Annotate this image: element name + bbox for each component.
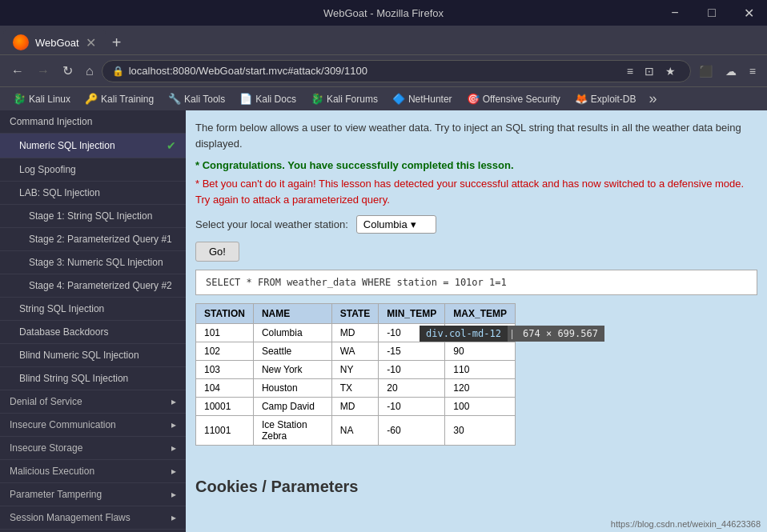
- reader-view-button[interactable]: ≡: [622, 62, 638, 81]
- tooltip-element-tag: div.col-md-12: [420, 326, 508, 342]
- tooltip-separator: |: [508, 326, 516, 342]
- sidebar-item-session-management[interactable]: Session Management Flaws ▸: [0, 506, 186, 530]
- sidebar-item-numeric-sql[interactable]: Numeric SQL Injection ✔: [0, 134, 186, 158]
- kali-forums-icon: 🐉: [311, 93, 323, 105]
- bookmark-exploit-db[interactable]: 🦊 Exploit-DB: [568, 91, 643, 106]
- sidebar-item-lab-sql[interactable]: LAB: SQL Injection: [0, 182, 186, 205]
- url-text: localhost:8080/WebGoat/start.mvc#attack/…: [129, 65, 617, 77]
- warning-message: * Bet you can't do it again! This lesson…: [195, 176, 757, 207]
- weather-station-select[interactable]: Columbia ▾: [356, 215, 436, 234]
- sync-button[interactable]: ☁: [721, 62, 741, 81]
- bookmark-kali-tools-label: Kali Tools: [184, 94, 225, 105]
- menu-button[interactable]: ≡: [745, 62, 761, 81]
- bookmarks-more-button[interactable]: »: [644, 89, 661, 109]
- sidebar-insecure-storage-label: Insecure Storage: [10, 442, 82, 454]
- title-bar: WebGoat - Mozilla Firefox − □ ✕: [0, 0, 767, 26]
- bookmark-kali-docs-label: Kali Docs: [255, 94, 296, 105]
- firefox-icon: [13, 34, 29, 50]
- weather-station-form: Select your local weather station: Colum…: [195, 215, 757, 234]
- kali-docs-icon: 📄: [239, 93, 252, 105]
- table-cell: MD: [331, 324, 379, 342]
- pocket-button[interactable]: ⬛: [694, 62, 717, 81]
- table-cell: NA: [331, 416, 379, 446]
- intro-text: The form below allows a user to view wea…: [195, 120, 757, 151]
- window-title: WebGoat - Mozilla Firefox: [323, 7, 444, 19]
- table-cell: MD: [331, 398, 379, 416]
- sidebar-item-log-spoofing[interactable]: Log Spoofing: [0, 158, 186, 182]
- cookies-title: Cookies / Parameters: [195, 478, 757, 496]
- bookmark-kali-training-label: Kali Training: [101, 94, 154, 105]
- close-button[interactable]: ✕: [730, 0, 767, 26]
- bookmark-kali-docs[interactable]: 📄 Kali Docs: [233, 91, 303, 106]
- sidebar-command-injection-label: Command Injection: [10, 116, 92, 127]
- window-controls: − □ ✕: [657, 0, 767, 26]
- sidebar-item-blind-numeric[interactable]: Blind Numeric SQL Injection: [0, 344, 186, 367]
- table-cell: 30: [445, 416, 516, 446]
- lock-icon: 🔒: [112, 66, 124, 77]
- back-button[interactable]: ←: [6, 61, 29, 82]
- success-message: * Congratulations. You have successfully…: [195, 159, 757, 171]
- sidebar-numeric-sql-label: Numeric SQL Injection: [19, 140, 115, 151]
- table-cell: Seattle: [253, 342, 331, 361]
- tab-close-button[interactable]: ✕: [86, 35, 96, 50]
- sidebar-item-insecure-storage[interactable]: Insecure Storage ▸: [0, 437, 186, 460]
- bookmark-kali-tools[interactable]: 🔧 Kali Tools: [162, 91, 231, 106]
- maximize-button[interactable]: □: [693, 0, 730, 26]
- sidebar-item-stage1[interactable]: Stage 1: String SQL Injection: [0, 205, 186, 228]
- address-bar[interactable]: 🔒 localhost:8080/WebGoat/start.mvc#attac…: [102, 60, 691, 82]
- bookmark-offensive-security[interactable]: 🎯 Offensive Security: [460, 91, 567, 106]
- table-cell: Houston: [253, 379, 331, 398]
- col-min-temp: MIN_TEMP: [379, 304, 445, 324]
- col-max-temp: MAX_TEMP: [445, 304, 516, 324]
- sidebar-denial-label: Denial of Service: [10, 396, 82, 407]
- table-cell: Columbia: [253, 324, 331, 342]
- sidebar-log-spoofing-label: Log Spoofing: [19, 164, 76, 175]
- go-button[interactable]: Go!: [195, 242, 239, 262]
- forward-button[interactable]: →: [32, 61, 54, 82]
- weather-data-table: STATION NAME STATE MIN_TEMP MAX_TEMP 101…: [195, 303, 516, 446]
- bottom-url: https://blog.csdn.net/weixin_44623368: [611, 519, 761, 529]
- sidebar-item-stage2[interactable]: Stage 2: Parameterized Query #1: [0, 228, 186, 251]
- bookmark-nethunter[interactable]: 🔷 NetHunter: [386, 91, 459, 106]
- bookmark-kali-linux[interactable]: 🐉 Kali Linux: [6, 91, 77, 106]
- table-cell: 90: [445, 342, 516, 361]
- bookmark-kali-forums-label: Kali Forums: [327, 94, 378, 105]
- sidebar-item-stage4[interactable]: Stage 4: Parameterized Query #2: [0, 274, 186, 298]
- table-row: 103New YorkNY-10110: [196, 361, 516, 379]
- sidebar-malicious-label: Malicious Execution: [10, 466, 94, 477]
- sidebar-item-stage3[interactable]: Stage 3: Numeric SQL Injection: [0, 251, 186, 274]
- table-cell: 104: [196, 379, 254, 398]
- kali-linux-icon: 🐉: [13, 93, 26, 105]
- sidebar-item-command-injection[interactable]: Command Injection: [0, 110, 186, 134]
- bookmark-star-button[interactable]: ★: [661, 62, 681, 81]
- bookmarks-bar: 🐉 Kali Linux 🔑 Kali Training 🔧 Kali Tool…: [0, 86, 767, 110]
- check-icon: ✔: [167, 139, 176, 152]
- active-tab[interactable]: WebGoat ✕: [3, 30, 106, 54]
- sidebar-item-malicious-execution[interactable]: Malicious Execution ▸: [0, 460, 186, 483]
- table-cell: WA: [331, 342, 379, 361]
- bookmark-kali-training[interactable]: 🔑 Kali Training: [78, 91, 160, 106]
- container-button[interactable]: ⊡: [640, 62, 659, 81]
- minimize-button[interactable]: −: [657, 0, 693, 26]
- table-row: 102SeattleWA-1590: [196, 342, 516, 361]
- home-button[interactable]: ⌂: [81, 61, 98, 82]
- exploit-db-icon: 🦊: [575, 93, 588, 105]
- sidebar-item-db-backdoors[interactable]: Database Backdoors: [0, 321, 186, 344]
- bookmark-kali-forums[interactable]: 🐉 Kali Forums: [304, 91, 384, 106]
- sidebar-insecure-comm-label: Insecure Communication: [10, 419, 116, 430]
- sidebar-blind-numeric-label: Blind Numeric SQL Injection: [19, 350, 139, 361]
- table-cell: TX: [331, 379, 379, 398]
- tab-bar: WebGoat ✕ +: [0, 26, 767, 54]
- refresh-button[interactable]: ↻: [58, 60, 78, 82]
- sidebar-item-parameter-tampering[interactable]: Parameter Tampering ▸: [0, 483, 186, 506]
- session-arrow-icon: ▸: [171, 512, 176, 523]
- tooltip-bar: div.col-md-12 | 674 × 699.567: [420, 326, 604, 342]
- sidebar-stage3-label: Stage 3: Numeric SQL Injection: [29, 257, 163, 268]
- sidebar-item-string-sql[interactable]: String SQL Injection: [0, 298, 186, 321]
- sidebar-item-blind-string[interactable]: Blind String SQL Injection: [0, 367, 186, 390]
- sidebar-item-denial-of-service[interactable]: Denial of Service ▸: [0, 390, 186, 414]
- sidebar-item-insecure-communication[interactable]: Insecure Communication ▸: [0, 414, 186, 437]
- table-row: 10001Camp DavidMD-10100: [196, 398, 516, 416]
- new-tab-button[interactable]: +: [106, 30, 128, 54]
- cookies-section: Cookies / Parameters: [195, 470, 757, 496]
